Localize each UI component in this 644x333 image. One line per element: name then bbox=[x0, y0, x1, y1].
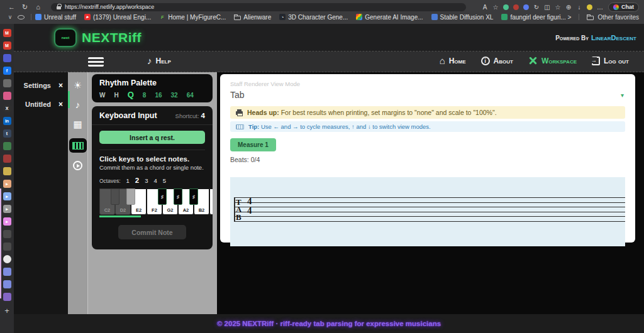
rhythm-note-tool-icon[interactable]: ♪ bbox=[75, 99, 80, 111]
read-aloud-icon[interactable]: A bbox=[482, 4, 488, 11]
tumblr-icon[interactable]: t bbox=[3, 129, 11, 138]
help-button[interactable]: ♪ Help bbox=[147, 56, 171, 65]
pink-app-icon[interactable]: ▸ bbox=[3, 217, 11, 226]
blue-tool-2-icon[interactable] bbox=[3, 280, 11, 288]
close-icon[interactable]: × bbox=[58, 100, 63, 109]
chevron-down-icon[interactable]: ∨ bbox=[5, 14, 15, 20]
logout-icon bbox=[592, 57, 600, 65]
nav-workspace[interactable]: Workspace bbox=[528, 56, 577, 65]
duration-16[interactable]: 16 bbox=[155, 92, 162, 99]
view-mode-label: Staff Renderer View Mode bbox=[230, 80, 625, 87]
nav-logout[interactable]: Log out bbox=[592, 56, 629, 65]
green-app-icon[interactable] bbox=[3, 142, 11, 150]
menu-icon[interactable] bbox=[88, 57, 104, 67]
insert-rest-button[interactable]: Insert a q rest. bbox=[99, 131, 205, 144]
duration-8[interactable]: 8 bbox=[143, 92, 147, 99]
bookmark-item[interactable]: FHome | MyFigureC... bbox=[159, 14, 226, 21]
gmail-2-icon[interactable]: M bbox=[3, 41, 11, 50]
purple-app-icon[interactable] bbox=[3, 293, 11, 301]
octave-2[interactable]: 2 bbox=[135, 177, 139, 184]
duration-Q[interactable]: Q bbox=[128, 90, 134, 99]
bookmark-label: Stable Diffusion XL bbox=[440, 14, 494, 21]
browser-essentials-icon[interactable]: ↻ bbox=[533, 4, 540, 11]
split-screen-icon[interactable]: ◫ bbox=[544, 4, 550, 11]
nav-about[interactable]: i About bbox=[481, 56, 513, 65]
bookmark-item[interactable]: Unreal stuff bbox=[35, 14, 76, 21]
back-icon[interactable]: ← bbox=[5, 3, 18, 11]
duration-32[interactable]: 32 bbox=[171, 92, 178, 99]
doc-tab-settings[interactable]: Settings × bbox=[14, 76, 68, 95]
sidebar-scrollbar[interactable] bbox=[0, 188, 1, 298]
extension-icon[interactable] bbox=[587, 4, 592, 10]
blue-tool-icon[interactable] bbox=[3, 268, 11, 276]
bookmark-item[interactable]: ▸(1379) Unreal Engi... bbox=[84, 14, 151, 21]
black-key-Gs2[interactable]: ♯ bbox=[174, 188, 182, 205]
doc-tab-untitled[interactable]: Untitled × bbox=[14, 95, 68, 114]
refresh-icon[interactable]: ↻ bbox=[18, 3, 31, 11]
nav-home[interactable]: ⌂ Home bbox=[440, 56, 466, 65]
bookmark-item[interactable]: ◔3D Character Gene... bbox=[279, 14, 348, 21]
gold-app-icon[interactable] bbox=[3, 167, 11, 175]
dark-tool-2-icon[interactable] bbox=[3, 243, 11, 251]
bookmark-item[interactable]: Stable Diffusion XL bbox=[431, 14, 494, 21]
brightness-tool-icon[interactable]: ☀ bbox=[74, 80, 82, 91]
eye-icon[interactable] bbox=[18, 15, 25, 19]
octave-3[interactable]: 3 bbox=[145, 177, 148, 184]
linkedin-icon[interactable]: in bbox=[3, 117, 11, 125]
chat-button[interactable]: Chat bbox=[608, 3, 639, 12]
grid-tool-icon[interactable]: ▦ bbox=[73, 119, 82, 130]
bookmark-item[interactable]: Generate AI Image... bbox=[356, 14, 423, 21]
duration-W[interactable]: W bbox=[99, 92, 105, 99]
blue-app-icon[interactable]: ▸ bbox=[3, 192, 11, 200]
black-key-Cs2[interactable] bbox=[111, 188, 119, 205]
piano-scrollbar[interactable] bbox=[99, 216, 141, 217]
x-twitter-icon[interactable]: X bbox=[3, 104, 11, 112]
piano-tool-icon[interactable] bbox=[69, 138, 87, 153]
playback-tool-icon[interactable] bbox=[73, 161, 82, 170]
peach-app-icon[interactable]: ▸ bbox=[3, 180, 11, 188]
powered-brand[interactable]: LinearDescent bbox=[591, 34, 636, 41]
collections-icon[interactable]: ⊕ bbox=[565, 4, 572, 11]
address-bar[interactable]: https://nextriff.netlify.app/workspace bbox=[51, 3, 466, 11]
app-logo: next bbox=[54, 28, 77, 47]
view-mode-select[interactable]: Tab ▾ bbox=[230, 89, 625, 101]
downloads-icon[interactable]: ↓ bbox=[576, 4, 582, 11]
dark-tool-icon[interactable] bbox=[3, 230, 11, 238]
tab-staff-canvas[interactable]: T A B 4 4 bbox=[230, 177, 625, 246]
duration-64[interactable]: 64 bbox=[187, 92, 194, 99]
other-favorites[interactable]: Other favorites bbox=[597, 14, 639, 21]
add-site-button[interactable]: + bbox=[4, 306, 9, 315]
octave-4[interactable]: 4 bbox=[154, 177, 157, 184]
gray-app-icon[interactable] bbox=[3, 79, 11, 87]
extension-icon[interactable] bbox=[513, 4, 519, 10]
tool-scrollbar[interactable] bbox=[68, 91, 70, 108]
home-icon[interactable]: ⌂ bbox=[31, 3, 45, 11]
gmail-icon[interactable]: M bbox=[3, 29, 11, 37]
measure-button[interactable]: Measure 1 bbox=[230, 138, 276, 151]
instagram-icon[interactable] bbox=[3, 92, 11, 100]
gray-app-2-icon[interactable]: ▸ bbox=[3, 205, 11, 213]
black-key-Fs2[interactable]: ♯ bbox=[158, 188, 167, 205]
powered-prefix: Powered By bbox=[555, 35, 589, 41]
more-menu-icon[interactable]: … bbox=[597, 4, 603, 11]
bookmark-label: 3D Character Gene... bbox=[288, 14, 348, 21]
facebook-icon[interactable]: f bbox=[3, 67, 11, 75]
extension-icon[interactable] bbox=[523, 4, 529, 10]
white-key-C3[interactable]: C3 bbox=[209, 188, 213, 215]
octave-1[interactable]: 1 bbox=[126, 177, 130, 184]
octave-5[interactable]: 5 bbox=[163, 177, 166, 184]
black-key-Ds2[interactable] bbox=[126, 188, 135, 205]
bookmark-item[interactable]: Alienware bbox=[234, 14, 271, 21]
extension-icon[interactable] bbox=[503, 4, 509, 10]
close-icon[interactable]: × bbox=[58, 81, 63, 90]
red-app-icon[interactable] bbox=[3, 155, 11, 163]
favorites-bar-icon[interactable]: ☆ bbox=[555, 4, 561, 11]
favorite-star-icon[interactable]: ☆ bbox=[492, 4, 499, 11]
black-key-As2[interactable]: ♯ bbox=[189, 188, 198, 205]
bookmark-item[interactable]: faungirl deer figuri... bbox=[501, 14, 565, 21]
commit-note-button[interactable]: Commit Note bbox=[118, 225, 186, 239]
duration-H[interactable]: H bbox=[114, 92, 118, 99]
github-icon[interactable] bbox=[3, 255, 11, 263]
bookmarks-overflow-chevron[interactable]: > bbox=[568, 14, 572, 21]
discord-icon[interactable] bbox=[3, 54, 11, 62]
